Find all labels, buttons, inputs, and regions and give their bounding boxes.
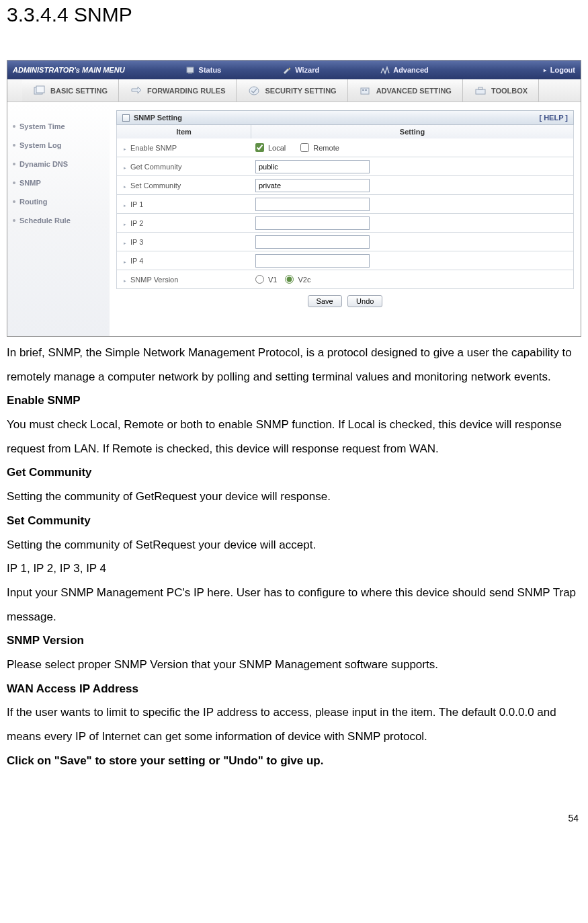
row-label: Set Community	[117, 182, 251, 190]
panel-title: SNMP Setting	[134, 114, 182, 122]
menu-label: Status	[199, 66, 222, 74]
col-item-header: Item	[117, 125, 251, 138]
local-checkbox[interactable]	[255, 143, 264, 152]
sidebar: System Time System Log Dynamic DNS SNMP …	[7, 102, 110, 336]
row-label: IP 2	[117, 219, 251, 227]
row-label: IP 3	[117, 238, 251, 246]
menu-advanced[interactable]: Advanced	[380, 65, 429, 75]
content-area: SNMP Setting [ HELP ] Item Setting Enabl…	[110, 102, 581, 336]
sidebar-item-system-time[interactable]: System Time	[7, 117, 110, 136]
tab-basic-setting[interactable]: BASIC SETTING	[22, 79, 119, 102]
grid-header: Item Setting	[116, 125, 574, 138]
paragraph-save: Click on "Save" to store your setting or…	[7, 749, 581, 773]
svg-rect-9	[478, 87, 482, 89]
body-text: In brief, SNMP, the Simple Network Manag…	[7, 341, 581, 772]
paragraph: If the user wants to limit to specific t…	[7, 700, 581, 748]
undo-button[interactable]: Undo	[347, 295, 382, 307]
remote-label: Remote	[313, 144, 339, 152]
ip4-input[interactable]	[255, 254, 370, 268]
tab-label: SECURITY SETTING	[265, 87, 336, 95]
v2c-radio[interactable]	[285, 275, 294, 284]
help-link[interactable]: [ HELP ]	[539, 114, 568, 122]
menu-status[interactable]: Status	[185, 65, 222, 75]
row-ip3: IP 3	[116, 233, 574, 251]
local-label: Local	[268, 144, 286, 152]
row-ip2: IP 2	[116, 214, 574, 233]
row-enable-snmp: Enable SNMP Local Remote	[116, 138, 574, 157]
v2c-label: V2c	[298, 276, 310, 284]
tab-security-setting[interactable]: SECURITY SETTING	[237, 79, 347, 102]
tab-forwarding-rules[interactable]: FORWARDING RULES	[119, 79, 237, 102]
v1-radio[interactable]	[255, 275, 264, 284]
svg-rect-5	[361, 88, 369, 94]
tab-label: BASIC SETTING	[50, 87, 108, 95]
menu-label: Logout	[550, 66, 575, 74]
advanced-tab-icon	[359, 85, 372, 96]
tab-label: ADVANCED SETTING	[376, 87, 452, 95]
security-icon	[247, 85, 261, 96]
menu-title: ADMINISTRATOR's MAIN MENU	[13, 66, 125, 74]
ip1-input[interactable]	[255, 198, 370, 211]
menu-label: Wizard	[295, 66, 319, 74]
svg-rect-6	[362, 89, 364, 91]
row-ip4: IP 4	[116, 251, 574, 270]
subheading-set-community: Set Community	[7, 509, 581, 533]
col-setting-header: Setting	[251, 125, 573, 138]
subheading-get-community: Get Community	[7, 460, 581, 485]
row-label: Enable SNMP	[117, 144, 251, 152]
paragraph: Setting the community of SetRequest your…	[7, 533, 581, 557]
sidebar-item-dynamic-dns[interactable]: Dynamic DNS	[7, 155, 110, 173]
row-label: IP 4	[117, 257, 251, 265]
section-heading: 3.3.4.4 SNMP	[7, 3, 581, 26]
subheading-snmp-version: SNMP Version	[7, 629, 581, 653]
subheading-enable-snmp: Enable SNMP	[7, 389, 581, 413]
advanced-icon	[380, 65, 390, 75]
paragraph: You must check Local, Remote or both to …	[7, 413, 581, 460]
sidebar-item-system-log[interactable]: System Log	[7, 136, 110, 155]
forwarding-icon	[130, 85, 143, 96]
tab-label: TOOLBOX	[491, 87, 528, 95]
save-button[interactable]: Save	[308, 295, 342, 307]
row-snmp-version: SNMP Version V1 V2c	[116, 270, 574, 289]
svg-rect-7	[365, 89, 367, 91]
row-label: Get Community	[117, 163, 251, 171]
paragraph: Input your SNMP Management PC's IP here.…	[7, 581, 581, 629]
tab-label: FORWARDING RULES	[147, 87, 226, 95]
set-community-input[interactable]	[255, 179, 370, 192]
sidebar-item-schedule-rule[interactable]: Schedule Rule	[7, 211, 110, 230]
ip3-input[interactable]	[255, 235, 370, 249]
subheading-wan-access: WAN Access IP Address	[7, 677, 581, 701]
menu-label: Advanced	[393, 66, 429, 74]
paragraph: Please select proper SNMP Version that y…	[7, 653, 581, 677]
get-community-input[interactable]	[255, 160, 370, 173]
svg-rect-0	[187, 67, 194, 73]
tab-toolbox[interactable]: TOOLBOX	[463, 79, 539, 102]
menu-wizard[interactable]: Wizard	[282, 65, 319, 75]
svg-rect-3	[36, 86, 44, 93]
ip2-input[interactable]	[255, 216, 370, 230]
status-icon	[185, 65, 196, 75]
router-admin-screenshot: ADMINISTRATOR's MAIN MENU Status Wizard …	[7, 60, 581, 337]
row-ip1: IP 1	[116, 195, 574, 214]
v1-label: V1	[268, 276, 277, 284]
paragraph-ips: IP 1, IP 2, IP 3, IP 4	[7, 557, 581, 581]
panel-header: SNMP Setting [ HELP ]	[116, 110, 574, 125]
svg-point-4	[249, 87, 259, 95]
basic-setting-icon	[33, 85, 46, 96]
row-label: SNMP Version	[117, 276, 251, 284]
toolbox-icon	[474, 85, 487, 96]
paragraph: In brief, SNMP, the Simple Network Manag…	[7, 341, 581, 389]
row-label: IP 1	[117, 200, 251, 208]
sidebar-item-snmp[interactable]: SNMP	[7, 173, 110, 192]
svg-rect-1	[188, 73, 192, 74]
paragraph: Setting the community of GetRequest your…	[7, 485, 581, 509]
page-number: 54	[7, 813, 581, 824]
row-get-community: Get Community	[116, 157, 574, 176]
panel-box-icon	[122, 114, 130, 122]
tab-advanced-setting[interactable]: ADVANCED SETTING	[348, 79, 463, 102]
button-row: Save Undo	[116, 289, 574, 313]
remote-checkbox[interactable]	[300, 143, 309, 152]
menu-logout[interactable]: Logout	[544, 66, 575, 74]
svg-rect-8	[476, 89, 485, 94]
sidebar-item-routing[interactable]: Routing	[7, 192, 110, 211]
